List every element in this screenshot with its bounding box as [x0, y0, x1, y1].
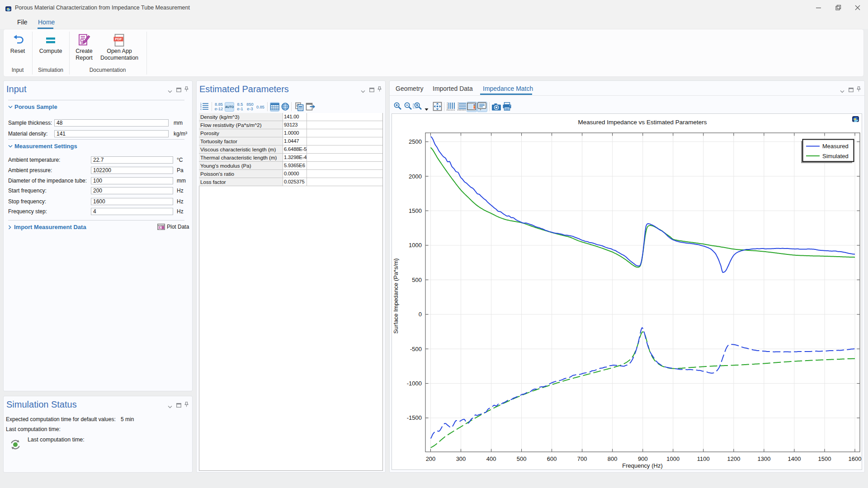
svg-text:850: 850 — [246, 102, 253, 107]
svg-text:900: 900 — [638, 455, 648, 462]
svg-text:Frequency (Hz): Frequency (Hz) — [622, 462, 663, 469]
svg-text:800: 800 — [608, 455, 618, 462]
svg-text:-500: -500 — [410, 346, 422, 352]
svg-text:8.5: 8.5 — [237, 102, 243, 107]
svg-text:PDF: PDF — [115, 37, 122, 41]
svg-text:Surface Impedance (Pa*s/m): Surface Impedance (Pa*s/m) — [392, 258, 399, 334]
svg-text:Measured Impedance vs Estimate: Measured Impedance vs Estimated Paramete… — [578, 119, 707, 126]
svg-text:1000: 1000 — [409, 242, 422, 249]
svg-text:0: 0 — [419, 311, 422, 318]
svg-text:-1500: -1500 — [407, 414, 422, 421]
svg-text:1000: 1000 — [666, 455, 679, 462]
svg-text:300: 300 — [456, 455, 466, 462]
svg-text:1600: 1600 — [849, 455, 862, 462]
svg-text:e-3: e-3 — [247, 107, 253, 111]
svg-text:e-12: e-12 — [215, 107, 223, 111]
svg-text:500: 500 — [412, 277, 422, 283]
svg-text:2000: 2000 — [409, 173, 422, 180]
svg-text:500: 500 — [517, 455, 527, 462]
svg-text:2500: 2500 — [409, 138, 422, 145]
svg-text:1100: 1100 — [697, 455, 710, 462]
svg-text:e-1: e-1 — [237, 107, 243, 111]
svg-text:Measured: Measured — [822, 143, 849, 150]
svg-text:1200: 1200 — [727, 455, 740, 462]
svg-text:1400: 1400 — [788, 455, 801, 462]
svg-text:200: 200 — [426, 455, 436, 462]
svg-text:600: 600 — [547, 455, 557, 462]
svg-text:4: 4 — [200, 108, 202, 110]
svg-text:Simulated: Simulated — [822, 153, 849, 160]
svg-text:8.85: 8.85 — [215, 102, 223, 107]
svg-text:1500: 1500 — [409, 207, 422, 214]
svg-text:400: 400 — [486, 455, 496, 462]
svg-text:1300: 1300 — [757, 455, 770, 462]
svg-text:700: 700 — [577, 455, 587, 462]
svg-text:1500: 1500 — [818, 455, 831, 462]
svg-text:0.85: 0.85 — [256, 105, 264, 109]
svg-text:-1000: -1000 — [407, 380, 422, 387]
